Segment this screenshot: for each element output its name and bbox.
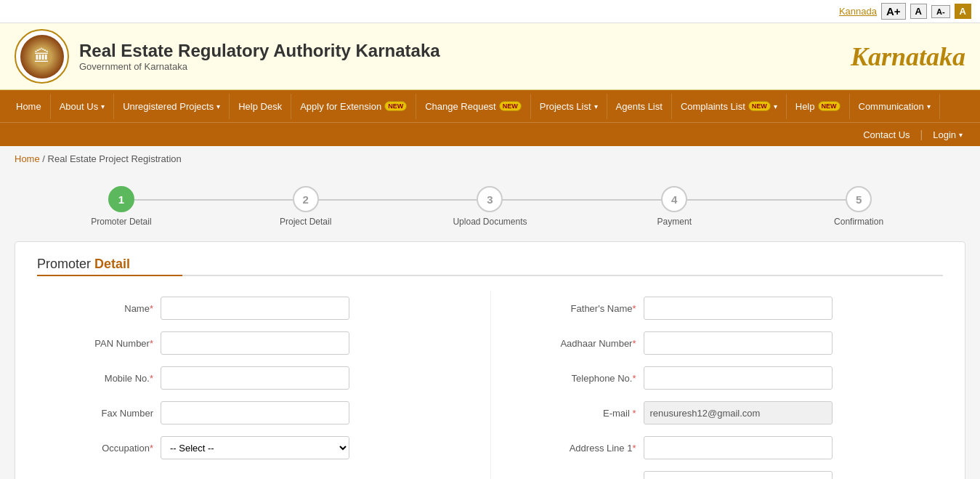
aadhaar-input[interactable] [644, 331, 833, 355]
logo: 🏛 [15, 29, 69, 84]
nav-contact-us[interactable]: Contact Us [853, 124, 920, 146]
form-grid: Name* PAN Number* Mobile No.* Fax Number… [37, 291, 943, 479]
email-required: * [632, 408, 636, 419]
step-4: 4 Payment [582, 186, 766, 227]
font-size-decrease-button[interactable]: A- [931, 5, 950, 18]
fax-label: Fax Number [37, 408, 153, 419]
step-1-circle: 1 [108, 186, 134, 212]
help-badge: NEW [818, 101, 841, 111]
address1-input[interactable] [644, 436, 833, 459]
navbar-secondary: Contact Us | Login ▾ [0, 122, 980, 146]
nav-about-us[interactable]: About Us ▾ [51, 94, 114, 119]
fax-input[interactable] [161, 401, 349, 424]
mobile-row: Mobile No.* [37, 361, 461, 395]
font-size-increase-button[interactable]: A+ [881, 3, 906, 20]
nav-unregistered-projects[interactable]: Unregistered Projects ▾ [114, 94, 230, 119]
nav-apply-extension[interactable]: Apply for Extension NEW [291, 94, 416, 119]
about-us-caret: ▾ [101, 102, 105, 110]
aadhaar-label: Aadhaar Number* [520, 338, 636, 349]
address2-input[interactable] [644, 471, 833, 479]
nav-complaints-list[interactable]: Complaints List NEW ▾ [672, 94, 787, 119]
comm-caret: ▾ [927, 102, 931, 110]
step-5: 5 Confirmation [766, 186, 951, 227]
unreg-caret: ▾ [216, 102, 220, 110]
navbar: Home About Us ▾ Unregistered Projects ▾ … [0, 90, 980, 122]
address1-row: Address Line 1* [520, 430, 944, 465]
step-3: 3 Upload Documents [398, 186, 583, 227]
telephone-required: * [632, 373, 636, 384]
telephone-row: Telephone No.* [520, 361, 944, 395]
address2-row: Address Line 2* [520, 465, 944, 479]
step-4-label: Payment [657, 217, 692, 227]
form-left-column: Name* PAN Number* Mobile No.* Fax Number… [37, 291, 490, 479]
pan-required: * [150, 338, 153, 349]
header-title: Real Estate Regulatory Authority Karnata… [79, 41, 440, 72]
name-row: Name* [37, 291, 461, 326]
complaints-badge: NEW [748, 101, 771, 111]
nav-help[interactable]: Help NEW [787, 94, 850, 119]
step-1: 1 Promoter Detail [29, 186, 214, 227]
nav-communication[interactable]: Communication ▾ [850, 94, 940, 119]
breadcrumb-home[interactable]: Home [15, 153, 40, 164]
email-row: E-mail * [520, 395, 944, 430]
state-name: Karnataka [851, 41, 965, 72]
header-left: 🏛 Real Estate Regulatory Authority Karna… [15, 29, 440, 84]
name-input[interactable] [161, 297, 349, 320]
fathers-name-label: Father's Name* [520, 303, 636, 314]
form-title-main: Detail [94, 257, 130, 271]
occupation-row: Occupation* -- Select -- [37, 430, 461, 465]
nav-change-request[interactable]: Change Request NEW [416, 94, 531, 119]
header: 🏛 Real Estate Regulatory Authority Karna… [0, 23, 980, 90]
font-size-normal-button[interactable]: A [910, 4, 927, 19]
font-contrast-button[interactable]: A [955, 4, 971, 19]
title-underline [37, 275, 943, 276]
fax-row: Fax Number [37, 395, 461, 430]
pan-label: PAN Number* [37, 338, 153, 349]
fathers-name-input[interactable] [644, 297, 833, 320]
step-4-circle: 4 [661, 186, 687, 212]
form-title: Promoter Detail [37, 257, 943, 272]
aadhaar-required: * [632, 338, 636, 349]
logo-emblem: 🏛 [20, 35, 64, 79]
breadcrumb-separator: / [42, 153, 47, 164]
step-2: 2 Project Detail [214, 186, 398, 227]
mobile-required: * [150, 373, 153, 384]
breadcrumb: Home / Real Estate Project Registration [0, 146, 980, 172]
step-5-circle: 5 [846, 186, 872, 212]
nav-agents-list[interactable]: Agents List [607, 94, 672, 119]
fathers-name-row: Father's Name* [520, 291, 944, 326]
nav-help-desk[interactable]: Help Desk [230, 94, 291, 119]
email-input[interactable] [644, 401, 833, 424]
occupation-label: Occupation* [37, 443, 153, 454]
extension-badge: NEW [384, 101, 407, 111]
steps-container: 1 Promoter Detail 2 Project Detail 3 Upl… [0, 172, 980, 234]
telephone-input[interactable] [644, 366, 833, 390]
aadhaar-row: Aadhaar Number* [520, 326, 944, 361]
language-link[interactable]: Kannada [839, 6, 877, 17]
nav-projects-list[interactable]: Projects List ▾ [531, 94, 607, 119]
mobile-input[interactable] [161, 366, 349, 390]
pan-input[interactable] [161, 331, 349, 355]
address1-label: Address Line 1* [520, 443, 636, 454]
nav-home[interactable]: Home [7, 94, 51, 119]
name-label: Name* [37, 303, 153, 314]
name-required: * [150, 303, 153, 314]
top-bar: Kannada A+ A A- A [0, 0, 980, 23]
mobile-label: Mobile No.* [37, 373, 153, 384]
login-caret: ▾ [959, 131, 963, 139]
step-5-label: Confirmation [834, 217, 883, 227]
occupation-select[interactable]: -- Select -- [161, 436, 349, 459]
change-badge: NEW [499, 101, 522, 111]
step-3-circle: 3 [477, 186, 503, 212]
step-2-label: Project Detail [280, 217, 331, 227]
form-right-column: Father's Name* Aadhaar Number* Telephone… [490, 291, 944, 479]
form-container: Promoter Detail Name* PAN Number* Mobile… [15, 241, 965, 479]
projects-caret: ▾ [594, 102, 598, 110]
email-label: E-mail * [520, 408, 636, 419]
step-2-circle: 2 [293, 186, 319, 212]
step-1-label: Promoter Detail [91, 217, 151, 227]
breadcrumb-current: Real Estate Project Registration [48, 153, 182, 164]
fathers-name-required: * [632, 303, 636, 314]
nav-login[interactable]: Login ▾ [923, 124, 973, 146]
gov-name: Government of Karnataka [79, 61, 440, 72]
